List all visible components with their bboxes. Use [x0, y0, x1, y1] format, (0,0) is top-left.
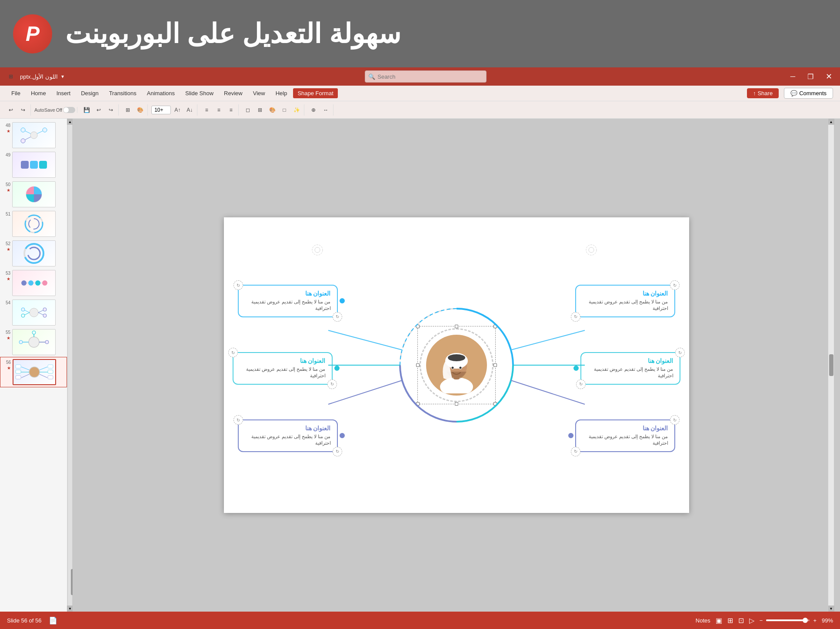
handle-mr[interactable]	[493, 363, 497, 367]
zoom-slider[interactable]: − +	[760, 617, 817, 624]
svg-point-70	[589, 247, 594, 253]
svg-line-57	[328, 330, 402, 350]
view-presentation-icon[interactable]: ▷	[749, 616, 754, 625]
font-increase-icon[interactable]: A↑	[172, 104, 183, 116]
outline-icon[interactable]: □	[279, 104, 290, 116]
compact-view-icon[interactable]: ⊞	[5, 71, 17, 82]
slide-item-55[interactable]: 55 ★	[0, 327, 67, 357]
view-reading-icon[interactable]: ⊡	[738, 616, 744, 625]
handle-ml[interactable]	[416, 363, 420, 367]
slide-item-49[interactable]: 49	[0, 150, 67, 180]
font-decrease-icon[interactable]: A↓	[184, 104, 195, 116]
menu-home[interactable]: Home	[27, 88, 50, 98]
menu-help[interactable]: Help	[271, 88, 292, 98]
autosave-toggle[interactable]	[63, 107, 75, 113]
notes-label[interactable]: Notes	[696, 617, 710, 624]
slide-item-50[interactable]: 50 ★	[0, 180, 67, 209]
svg-line-56	[511, 380, 585, 404]
vscroll-thumb[interactable]	[829, 354, 833, 376]
theme-icon[interactable]: 🎨	[134, 104, 146, 116]
slide-star-53: ★	[7, 276, 10, 281]
redo-icon[interactable]: ↪	[17, 104, 29, 116]
size-icon[interactable]: ↔	[320, 104, 331, 116]
content-box-top-right[interactable]: العنوان هنا من منا لا يطمح إلى تقديم عرو…	[575, 285, 675, 317]
header-title: سهولة التعديل على البوربوينت	[65, 18, 401, 50]
corner-icon-bl-tl: ↻	[233, 415, 243, 425]
content-box-top-left[interactable]: العنوان هنا من منا لا يطمح إلى تقديم عرو…	[238, 285, 338, 317]
vscroll-up-button[interactable]: ▲	[828, 119, 834, 125]
svg-rect-50	[48, 365, 53, 368]
align-right-icon[interactable]: ≡	[225, 104, 237, 116]
content-box-bot-right[interactable]: العنوان هنا من منا لا يطمح إلى تقديم عرو…	[575, 419, 675, 452]
comments-button[interactable]: 💬 Comments	[784, 88, 833, 99]
slide-num-48: 48	[3, 122, 10, 129]
menu-file[interactable]: File	[7, 88, 25, 98]
slide-thumb-54	[12, 300, 56, 326]
handle-bl[interactable]	[416, 402, 420, 406]
align-center-icon[interactable]: ≡	[213, 104, 224, 116]
menu-transitions[interactable]: Transitions	[105, 88, 141, 98]
slide-item-52[interactable]: 52 ★	[0, 239, 67, 268]
fill-icon[interactable]: 🎨	[267, 104, 278, 116]
corner-icon-br-bl: ↻	[571, 447, 580, 456]
font-size-input[interactable]	[151, 106, 171, 114]
menu-insert[interactable]: Insert	[52, 88, 75, 98]
menu-design[interactable]: Design	[77, 88, 103, 98]
undo2-icon[interactable]: ↩	[93, 104, 104, 116]
align-left-icon[interactable]: ≡	[201, 104, 212, 116]
content-box-bot-left[interactable]: العنوان هنا من منا لا يطمح إلى تقديم عرو…	[238, 419, 338, 452]
svg-point-64	[448, 354, 465, 361]
panel-scrollbar[interactable]: ▲ ▼	[67, 119, 73, 612]
restore-button[interactable]: ❐	[805, 72, 816, 82]
slide-item-56[interactable]: 56 ★	[0, 357, 67, 387]
undo-icon[interactable]: ↩	[5, 104, 17, 116]
share-button[interactable]: ↑ Share	[747, 88, 779, 98]
search-input[interactable]	[365, 70, 487, 83]
menu-view[interactable]: View	[249, 88, 270, 98]
vertical-scrollbar[interactable]: ▲ ▼	[828, 119, 834, 612]
minimize-button[interactable]: ─	[788, 72, 798, 81]
slide-item-54[interactable]: 54	[0, 298, 67, 327]
redo2-icon[interactable]: ↪	[105, 104, 117, 116]
close-button[interactable]: ✕	[823, 71, 835, 82]
layout-icon[interactable]: ⊞	[122, 104, 133, 116]
corner-icon-tr-bl: ↻	[571, 312, 580, 322]
scroll-down-button[interactable]: ▼	[67, 606, 73, 612]
menu-shapeformat[interactable]: Shape Format	[293, 88, 337, 98]
slide-item-48[interactable]: 48 ★	[0, 120, 67, 150]
handle-br[interactable]	[493, 402, 497, 406]
svg-line-59	[328, 380, 402, 404]
handle-tm[interactable]	[455, 325, 458, 328]
handle-tl[interactable]	[416, 325, 420, 328]
content-box-mid-left[interactable]: العنوان هنا من منا لا يطمح إلى تقديم عرو…	[233, 352, 333, 385]
view-grid-icon[interactable]: ⊞	[727, 616, 733, 625]
slide-item-53[interactable]: 53 ★	[0, 268, 67, 298]
menu-review[interactable]: Review	[220, 88, 247, 98]
arrange-icon[interactable]: ⊞	[254, 104, 266, 116]
menu-animations[interactable]: Animations	[143, 88, 179, 98]
slide-thumb-48	[12, 122, 56, 148]
slide-notes-icon: 📄	[49, 616, 57, 625]
content-box-mid-right[interactable]: العنوان هنا من منا لا يطمح إلى تقديم عرو…	[580, 352, 680, 385]
position-icon[interactable]: ⊕	[308, 104, 319, 116]
dropdown-arrow-icon[interactable]: ▾	[61, 73, 64, 80]
search-icon: 🔍	[368, 73, 375, 80]
scroll-up-button[interactable]: ▲	[67, 119, 73, 125]
svg-line-54	[511, 330, 585, 350]
menu-slideshow[interactable]: Slide Show	[181, 88, 218, 98]
zoom-dot[interactable]	[803, 618, 808, 623]
box-mid-right-text: من منا لا يطمح إلى تقديم عروض تقديمية اح…	[587, 366, 673, 379]
handle-tr[interactable]	[493, 325, 497, 328]
handle-bm[interactable]	[455, 402, 458, 406]
zoom-plus-button[interactable]: +	[813, 617, 817, 624]
zoom-track[interactable]	[766, 619, 810, 621]
effects-icon[interactable]: ✨	[291, 104, 302, 116]
save-icon[interactable]: 💾	[81, 104, 92, 116]
vscroll-down-button[interactable]: ▼	[828, 606, 834, 612]
zoom-minus-button[interactable]: −	[760, 617, 763, 624]
corner-icon-tr-tl: ↻	[670, 280, 680, 290]
slide-thumb-55	[12, 329, 56, 355]
shapes-icon[interactable]: ◻	[242, 104, 253, 116]
view-normal-icon[interactable]: ▣	[716, 616, 722, 625]
slide-item-51[interactable]: 51	[0, 209, 67, 239]
